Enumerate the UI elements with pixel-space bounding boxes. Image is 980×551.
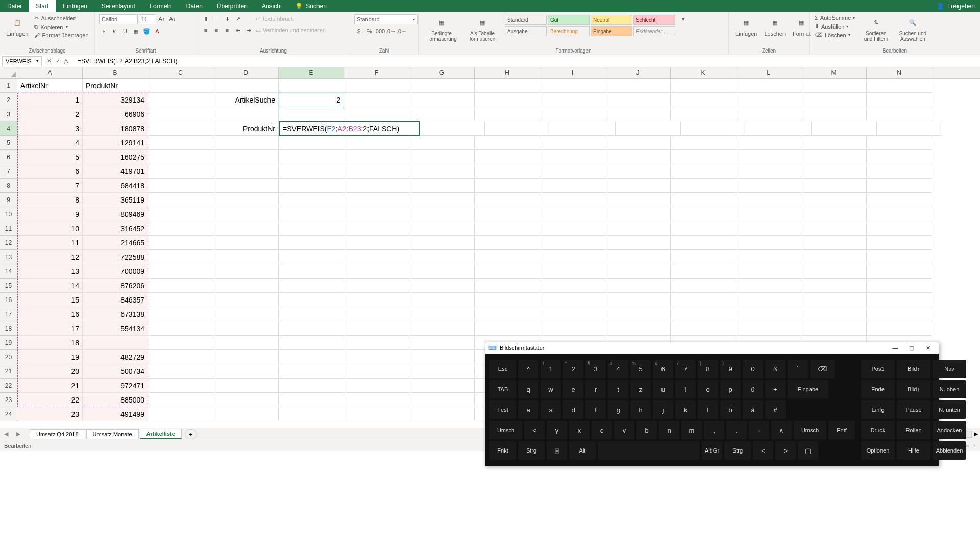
formula-input[interactable]: =SVERWEIS(E2;A2:B23;2;FALSCH) xyxy=(77,57,980,66)
cell-B10[interactable]: 809469 xyxy=(83,207,148,221)
cell-K7[interactable] xyxy=(671,164,736,179)
osk-key-7[interactable]: 7/ xyxy=(675,360,696,378)
name-box[interactable]: VERWEIS▾ xyxy=(2,56,42,66)
cell-N10[interactable] xyxy=(867,207,932,221)
row-header-11[interactable]: 11 xyxy=(0,221,17,236)
cell-K2[interactable] xyxy=(671,93,736,107)
osk-key-Andocken[interactable]: Andocken xyxy=(933,421,966,439)
style-neutral[interactable]: Neutral xyxy=(591,15,632,25)
cell-A21[interactable]: 20 xyxy=(17,364,83,379)
osk-key-f[interactable]: f xyxy=(585,400,606,419)
osk-key-ü[interactable]: ü xyxy=(743,380,763,398)
cell-G9[interactable] xyxy=(409,193,475,207)
conditional-formatting-button[interactable]: ▦ Bedingte Formatierung xyxy=(423,14,460,43)
sort-filter-button[interactable]: ⇅Sortieren und Filtern xyxy=(859,14,893,43)
cell-J6[interactable] xyxy=(605,150,671,164)
row-header-7[interactable]: 7 xyxy=(0,164,17,179)
cell-L12[interactable] xyxy=(736,236,801,250)
osk-key-Bild↓[interactable]: Bild↓ xyxy=(897,380,930,398)
column-header-A[interactable]: A xyxy=(17,67,83,78)
osk-key-Alt Gr[interactable]: Alt Gr xyxy=(702,441,722,460)
cell-L13[interactable] xyxy=(736,250,801,264)
column-header-K[interactable]: K xyxy=(671,67,736,78)
cell-F5[interactable] xyxy=(344,136,409,150)
cell-C24[interactable] xyxy=(148,407,213,421)
osk-key-Einfg[interactable]: Einfg xyxy=(861,400,895,419)
minimize-button[interactable]: — xyxy=(888,344,903,352)
cell-E2[interactable]: 2 xyxy=(279,93,344,107)
insert-cells-button[interactable]: ▦Einfügen xyxy=(733,14,759,38)
cell-A7[interactable]: 6 xyxy=(17,164,83,179)
osk-key-Pos1[interactable]: Pos1 xyxy=(861,360,895,378)
cell-D13[interactable] xyxy=(213,250,279,264)
cell-A24[interactable]: 23 xyxy=(17,407,83,421)
cell-N15[interactable] xyxy=(867,279,932,293)
cell-E6[interactable] xyxy=(279,150,344,164)
cell-A11[interactable]: 10 xyxy=(17,221,83,236)
cell-B21[interactable]: 500734 xyxy=(83,364,148,379)
cell-H9[interactable] xyxy=(475,193,540,207)
osk-key-m[interactable]: m xyxy=(681,421,702,439)
cell-G24[interactable] xyxy=(409,407,475,421)
cell-B9[interactable]: 365119 xyxy=(83,193,148,207)
osk-key-t[interactable]: t xyxy=(608,380,628,398)
cell-D9[interactable] xyxy=(213,193,279,207)
cell-M12[interactable] xyxy=(801,236,867,250)
cell-F17[interactable] xyxy=(344,307,409,321)
cell-I1[interactable] xyxy=(540,79,605,93)
cell-E9[interactable] xyxy=(279,193,344,207)
row-header-22[interactable]: 22 xyxy=(0,379,17,393)
cell-B23[interactable]: 885000 xyxy=(83,393,148,407)
cell-D22[interactable] xyxy=(213,379,279,393)
accept-formula-button[interactable]: ✓ xyxy=(56,58,60,64)
osk-key-space[interactable] xyxy=(598,441,700,460)
cell-D21[interactable] xyxy=(213,364,279,379)
osk-titlebar[interactable]: ⌨ Bildschirmtastatur — ▢ ✕ xyxy=(485,342,939,354)
cell-M15[interactable] xyxy=(801,279,867,293)
tab-ueberpruefen[interactable]: Überprüfen xyxy=(210,0,255,12)
orientation-button[interactable]: ↗ xyxy=(233,14,242,23)
cell-D23[interactable] xyxy=(213,393,279,407)
share-button[interactable]: 👤 Freigeben xyxy=(937,3,975,10)
cell-B2[interactable]: 329134 xyxy=(83,93,148,107)
cell-C18[interactable] xyxy=(148,321,213,336)
column-header-F[interactable]: F xyxy=(344,67,409,78)
cell-E18[interactable] xyxy=(279,321,344,336)
cell-C1[interactable] xyxy=(148,79,213,93)
format-as-table-button[interactable]: ▦ Als Tabelle formatieren xyxy=(463,14,501,43)
cell-H3[interactable] xyxy=(475,107,540,121)
cell-N4[interactable] xyxy=(877,121,942,136)
cell-B14[interactable]: 700009 xyxy=(83,264,148,279)
column-header-G[interactable]: G xyxy=(409,67,475,78)
osk-key-4[interactable]: 4$ xyxy=(608,360,628,378)
cell-J1[interactable] xyxy=(605,79,671,93)
osk-key-<[interactable]: < xyxy=(753,441,773,460)
cell-E11[interactable] xyxy=(279,221,344,236)
cell-M9[interactable] xyxy=(801,193,867,207)
osk-key-N. unten[interactable]: N. unten xyxy=(933,400,966,419)
osk-key-ä[interactable]: ä xyxy=(743,400,763,419)
cell-F16[interactable] xyxy=(344,293,409,307)
decrease-indent-button[interactable]: ⇤ xyxy=(233,26,242,35)
styles-more-button[interactable]: ▾ xyxy=(679,14,688,23)
cell-H12[interactable] xyxy=(475,236,540,250)
cell-D18[interactable] xyxy=(213,321,279,336)
cell-L5[interactable] xyxy=(736,136,801,150)
cell-H1[interactable] xyxy=(475,79,540,93)
tell-me-search[interactable]: 💡 Suchen xyxy=(295,3,327,10)
cell-D16[interactable] xyxy=(213,293,279,307)
cell-J16[interactable] xyxy=(605,293,671,307)
osk-key-u[interactable]: u xyxy=(653,380,673,398)
cell-C5[interactable] xyxy=(148,136,213,150)
cell-I2[interactable] xyxy=(540,93,605,107)
osk-key-r[interactable]: r xyxy=(585,380,606,398)
fill-button[interactable]: ⬇Ausfüllen▾ xyxy=(814,22,856,30)
cell-F9[interactable] xyxy=(344,193,409,207)
cell-L1[interactable] xyxy=(736,79,801,93)
cell-L6[interactable] xyxy=(736,150,801,164)
osk-key-o[interactable]: o xyxy=(698,380,718,398)
osk-key-b[interactable]: b xyxy=(636,421,657,439)
cell-K1[interactable] xyxy=(671,79,736,93)
cell-D17[interactable] xyxy=(213,307,279,321)
cut-button[interactable]: ✂Ausschneiden xyxy=(33,14,89,22)
